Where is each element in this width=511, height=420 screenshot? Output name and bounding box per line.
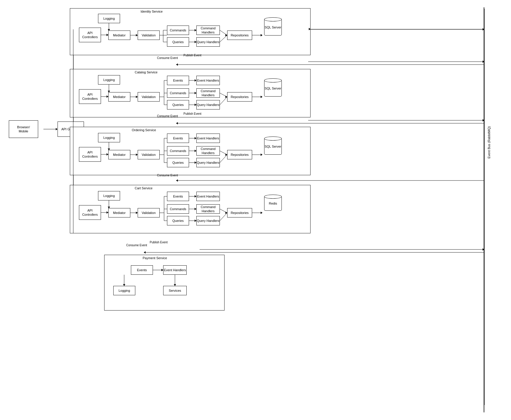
svg-line-60 bbox=[220, 93, 227, 97]
payment-consume-label: Consume Event bbox=[126, 244, 147, 247]
ordering-api-controllers: API Controllers bbox=[79, 147, 101, 162]
identity-mediator: Mediator bbox=[108, 31, 130, 40]
catalog-logging: Logging bbox=[98, 75, 120, 85]
ordering-commands: Commands bbox=[167, 146, 189, 156]
identity-logging-label: Logging bbox=[103, 16, 115, 21]
gateway-vertical-line bbox=[73, 29, 73, 233]
ordering-db-label: SQL Server bbox=[264, 144, 281, 149]
identity-qry-handlers-label: Query Handlers bbox=[197, 40, 219, 44]
ordering-events-label: Events bbox=[173, 136, 183, 140]
ordering-qry-handlers-label: Query Handlers bbox=[197, 161, 219, 165]
identity-commands-label: Commands bbox=[170, 28, 186, 32]
catalog-qry-handlers: Query Handlers bbox=[196, 100, 220, 109]
ordering-mediator-label: Mediator bbox=[113, 153, 126, 157]
catalog-publish-label: Publish Event bbox=[183, 54, 201, 57]
catalog-commands: Commands bbox=[167, 88, 189, 98]
payment-services-label: Services bbox=[169, 289, 181, 293]
cart-logging: Logging bbox=[98, 191, 120, 200]
cart-logging-label: Logging bbox=[103, 194, 115, 198]
catalog-cmd-handlers-label: Command Handlers bbox=[201, 89, 216, 97]
ordering-events: Events bbox=[167, 134, 189, 143]
identity-mediator-label: Mediator bbox=[113, 33, 126, 37]
identity-publish-line bbox=[311, 29, 484, 29]
svg-line-39 bbox=[220, 35, 227, 42]
ordering-queries: Queries bbox=[167, 158, 189, 167]
ordering-service-label: Ordering Service bbox=[132, 128, 156, 132]
catalog-db-label: SQL Server bbox=[264, 86, 281, 90]
cart-mediator: Mediator bbox=[108, 208, 130, 217]
identity-validation-label: Validation bbox=[142, 33, 156, 37]
cart-service-label: Cart Service bbox=[135, 186, 153, 190]
identity-api-controllers: API Controllers bbox=[79, 28, 101, 42]
cart-validation: Validation bbox=[138, 208, 160, 217]
ordering-event-handlers-label: Event Handlers bbox=[197, 136, 219, 140]
catalog-commands-label: Commands bbox=[170, 91, 186, 95]
browser-mobile-box: Browser/ Mobile bbox=[9, 120, 38, 138]
cart-cmd-handlers-label: Command Handlers bbox=[201, 205, 216, 213]
cart-validation-label: Validation bbox=[142, 211, 156, 215]
ordering-consume-label: Consume Event bbox=[157, 114, 178, 118]
catalog-api-controllers: API Controllers bbox=[79, 89, 101, 104]
ordering-sql-cylinder: SQL Server bbox=[263, 134, 283, 157]
cart-cmd-handlers: Command Handlers bbox=[196, 204, 220, 214]
cart-repos-label: Repositories bbox=[231, 211, 249, 215]
ordering-logging-label: Logging bbox=[103, 136, 115, 140]
svg-line-83 bbox=[220, 155, 227, 163]
identity-repositories: Repositories bbox=[227, 31, 252, 40]
svg-line-61 bbox=[220, 97, 227, 105]
payment-events-label: Events bbox=[137, 268, 147, 272]
ordering-validation: Validation bbox=[138, 150, 160, 159]
catalog-repos-label: Repositories bbox=[231, 95, 249, 99]
ordering-repositories: Repositories bbox=[227, 150, 252, 159]
payment-events: Events bbox=[131, 265, 153, 275]
catalog-event-handlers-label: Event Handlers bbox=[197, 78, 219, 82]
ordering-queries-label: Queries bbox=[172, 161, 184, 165]
cart-qry-handlers: Query Handlers bbox=[196, 216, 220, 225]
cart-api-label: API Controllers bbox=[82, 208, 98, 217]
payment-services: Services bbox=[163, 286, 187, 295]
ordering-cmd-handlers: Command Handlers bbox=[196, 146, 220, 156]
cart-commands: Commands bbox=[167, 204, 189, 214]
payment-service-container: Payment Service Events Event Handlers Se… bbox=[104, 255, 225, 311]
cart-repositories: Repositories bbox=[227, 208, 252, 217]
svg-marker-11 bbox=[176, 63, 178, 66]
catalog-mediator: Mediator bbox=[108, 92, 130, 102]
payment-logging: Logging bbox=[113, 286, 135, 295]
ordering-validation-label: Validation bbox=[142, 153, 156, 157]
identity-cmd-handlers: Command Handlers bbox=[196, 26, 220, 35]
cart-qry-handlers-label: Query Handlers bbox=[197, 219, 219, 223]
catalog-mediator-label: Mediator bbox=[113, 95, 126, 99]
ordering-qry-handlers: Query Handlers bbox=[196, 158, 220, 167]
catalog-event-handlers: Event Handlers bbox=[196, 76, 220, 85]
cart-events: Events bbox=[167, 192, 189, 201]
ordering-event-handlers: Event Handlers bbox=[196, 134, 220, 143]
cart-queries-label: Queries bbox=[172, 219, 184, 223]
identity-publish-arrow bbox=[309, 28, 311, 30]
catalog-validation: Validation bbox=[138, 92, 160, 102]
payment-event-handlers: Event Handlers bbox=[163, 265, 187, 275]
svg-marker-108 bbox=[261, 212, 262, 214]
event-bus-label: Event Bus (RabbitMQ) bbox=[487, 126, 491, 158]
catalog-validation-label: Validation bbox=[142, 95, 156, 99]
ordering-publish-label: Publish Event bbox=[183, 112, 201, 115]
catalog-queries-label: Queries bbox=[172, 103, 184, 107]
ordering-logging: Logging bbox=[98, 133, 120, 142]
svg-line-104 bbox=[220, 209, 227, 213]
diagram-container: Browser/ Mobile API Gateway Identity Ser… bbox=[0, 0, 511, 420]
ordering-mediator: Mediator bbox=[108, 150, 130, 159]
catalog-sql-cylinder: SQL Server bbox=[263, 76, 283, 99]
identity-queries: Queries bbox=[167, 37, 189, 47]
ordering-api-label: API Controllers bbox=[82, 150, 98, 159]
catalog-api-label: API Controllers bbox=[82, 92, 98, 101]
cart-queries: Queries bbox=[167, 216, 189, 225]
payment-publish-label: Publish Event bbox=[150, 241, 168, 244]
catalog-repositories: Repositories bbox=[227, 92, 252, 102]
browser-mobile-label: Browser/ Mobile bbox=[17, 125, 30, 134]
catalog-logging-label: Logging bbox=[103, 78, 115, 82]
payment-logging-label: Logging bbox=[119, 289, 130, 293]
svg-marker-86 bbox=[261, 154, 262, 156]
cart-api-controllers: API Controllers bbox=[79, 205, 101, 220]
identity-sql-cylinder: SQL Server bbox=[263, 15, 283, 38]
svg-marker-64 bbox=[261, 96, 262, 98]
catalog-consume-label: Consume Event bbox=[157, 56, 178, 60]
